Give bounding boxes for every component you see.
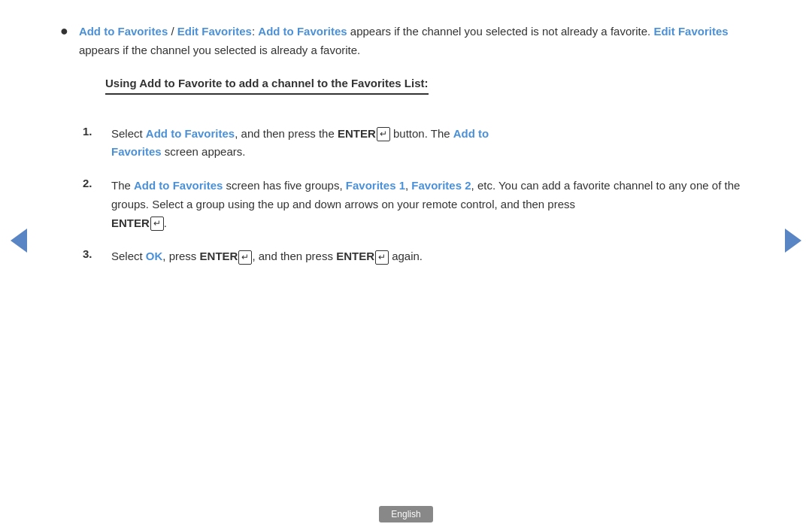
bullet-dot: ● (60, 23, 68, 39)
step-2-post: . (164, 217, 167, 229)
step-1-post: screen appears. (162, 145, 246, 158)
step-1-mid2: button. The (390, 127, 453, 140)
edit-favorites-link-1[interactable]: Edit Favorites (177, 25, 252, 38)
step-3-enter1-icon: ↵ (238, 250, 252, 265)
bullet-text-1: appears if the channel you selected is n… (347, 25, 654, 38)
bullet-section: ● Add to Favorites / Edit Favorites: Add… (60, 23, 752, 60)
step-2-number: 2. (83, 177, 105, 189)
edit-favorites-link-2[interactable]: Edit Favorites (653, 25, 728, 38)
step-3: 3. Select OK, press ENTER↵, and then pre… (83, 247, 752, 266)
step-1-pre: Select (111, 127, 146, 140)
steps-list: 1. Select Add to Favorites, and then pre… (83, 125, 752, 267)
step-3-post: again. (389, 250, 423, 262)
step-1-number: 1. (83, 125, 105, 138)
step-3-mid1: , press (162, 250, 199, 262)
step-2-mid1: screen has five groups, (223, 179, 345, 192)
step-1-enter-icon: ↵ (377, 127, 390, 141)
step-1: 1. Select Add to Favorites, and then pre… (83, 125, 752, 162)
add-to-favorites-link-2[interactable]: Add to Favorites (258, 25, 347, 38)
step-2-text: The Add to Favorites screen has five gro… (111, 177, 752, 232)
step-2: 2. The Add to Favorites screen has five … (83, 177, 752, 232)
bottom-bar: English (0, 498, 812, 530)
step-3-enter2-icon: ↵ (375, 250, 389, 265)
bullet-text: Add to Favorites / Edit Favorites: Add t… (79, 23, 752, 60)
subheading-wrapper: Using Add to Favorite to add a channel t… (83, 77, 752, 110)
step-3-enter1-label: ENTER (200, 250, 238, 262)
step-1-enter-label: ENTER (338, 127, 376, 140)
step-1-text: Select Add to Favorites, and then press … (111, 125, 489, 162)
step-2-link1[interactable]: Add to Favorites (134, 179, 223, 192)
step-3-mid2: , and then press (252, 250, 336, 262)
step-3-number: 3. (83, 247, 105, 260)
step-1-mid1: , and then press the (235, 127, 338, 140)
step-1-link1[interactable]: Add to Favorites (146, 127, 235, 140)
step-3-pre: Select (111, 250, 146, 262)
section-heading: Using Add to Favorite to add a channel t… (105, 77, 429, 95)
step-2-link3[interactable]: Favorites 2 (411, 179, 471, 192)
add-to-favorites-link-1[interactable]: Add to Favorites (79, 25, 168, 38)
language-badge[interactable]: English (379, 506, 432, 522)
step-3-link1[interactable]: OK (146, 250, 163, 262)
step-3-text: Select OK, press ENTER↵, and then press … (111, 247, 423, 266)
step-3-enter2-label: ENTER (336, 250, 374, 262)
bullet-text-2: appears if the channel you selected is a… (79, 44, 360, 56)
step-2-pre: The (111, 179, 134, 192)
step-2-enter-label: ENTER (111, 217, 150, 229)
step-2-enter-icon: ↵ (150, 217, 164, 231)
separator: / (171, 25, 177, 38)
step-2-link2[interactable]: Favorites 1 (346, 179, 405, 192)
